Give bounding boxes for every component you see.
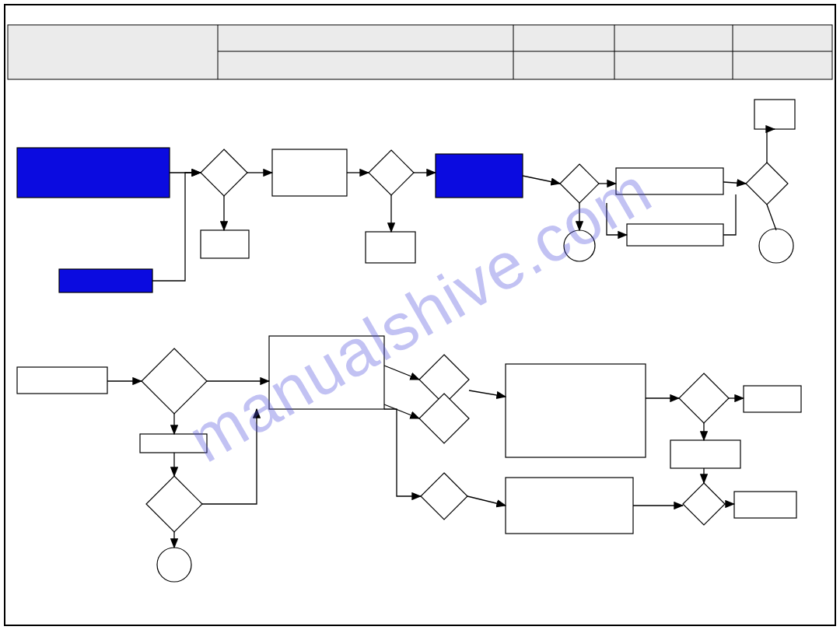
edge-d4-c2: [767, 205, 776, 230]
edge-d7-r13: [469, 390, 506, 397]
shape-r4: [272, 149, 347, 196]
shape-r16: [670, 440, 740, 468]
shape-d1: [201, 149, 247, 196]
shape-r17: [734, 492, 796, 518]
shape-r11: [140, 434, 207, 453]
edge-r7-d4: [723, 182, 746, 184]
edge-d6-r12: [202, 409, 257, 504]
edge-d3r8-r8: [607, 203, 627, 235]
shape-d9: [421, 473, 467, 520]
shape-d6: [146, 476, 202, 532]
svg-rect-0: [8, 25, 832, 79]
shape-r1: [17, 148, 170, 198]
shape-c1: [564, 230, 595, 261]
shape-d11: [683, 483, 725, 525]
edge-r12-d8: [384, 404, 419, 418]
shape-r9: [754, 100, 795, 129]
shape-c3: [157, 548, 191, 582]
shape-r15: [744, 386, 801, 412]
shape-d10: [679, 373, 729, 423]
shape-r2: [59, 269, 152, 292]
edge-r12-d7: [384, 366, 419, 380]
shape-c2: [759, 229, 793, 263]
shape-r13: [506, 364, 646, 457]
shape-d2: [369, 150, 414, 195]
shape-d3: [560, 164, 599, 203]
edge-r6-d3: [523, 176, 560, 184]
shape-d8: [419, 394, 469, 443]
edge-d9-r14: [467, 496, 506, 506]
shape-r7: [616, 168, 723, 194]
edge-r12-d9: [384, 409, 421, 496]
page-border: [5, 5, 835, 625]
shape-r14: [506, 478, 633, 534]
shape-r6: [436, 154, 523, 198]
diagram-canvas: [0, 0, 840, 630]
shape-r10: [17, 367, 107, 394]
header-table: [8, 25, 832, 79]
edge-r8-d4: [723, 194, 736, 235]
shape-r8: [627, 224, 723, 246]
flowchart-shapes: [17, 100, 801, 582]
shape-r5: [366, 232, 415, 263]
shape-r3: [201, 230, 249, 258]
shape-r12: [269, 336, 384, 409]
shape-d4: [746, 163, 788, 205]
edge-d4-r9: [767, 129, 775, 163]
shape-d5: [142, 348, 207, 414]
